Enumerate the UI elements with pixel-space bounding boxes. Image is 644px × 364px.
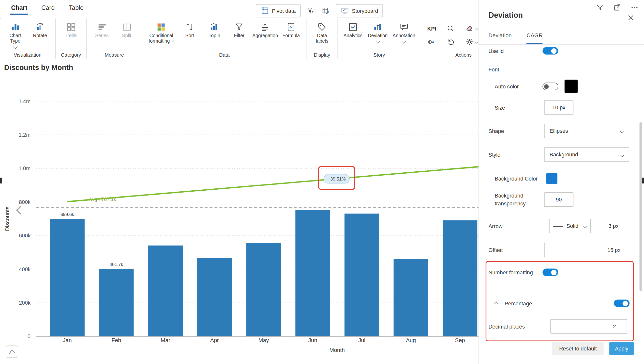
storyboard-icon [341,7,349,15]
ribbon-button-trellis: Trellis [58,20,83,39]
font-section-row: Font [488,62,632,77]
use-id-row: Use id [488,43,632,58]
ribbon-button-analytics[interactable]: Analytics [340,20,366,39]
scrollbar-thumb[interactable] [640,122,642,291]
filter-tool-button[interactable] [305,5,316,17]
ribbon-group-display: Data labelsDisplay [307,19,338,59]
trellis-icon [66,21,76,33]
font-size-input[interactable] [544,100,574,115]
right-resize-handle[interactable] [642,177,644,183]
bar-Sep[interactable] [442,220,477,336]
ribbon-button-deviation[interactable]: Deviation [366,20,390,44]
topbar: ChartCardTable Pivot dataStoryboard [0,0,478,19]
use-id-toggle[interactable] [542,47,558,54]
bar-Jul[interactable] [344,214,379,336]
left-resize-handle[interactable] [0,177,2,183]
storyboard-button[interactable]: Storyboard [336,4,383,18]
ribbon-group-story: AnalyticsDeviationAnnotationStory [338,19,421,59]
y-axis-title: Discounts [4,207,10,231]
ribbon-button-conditional-formatting[interactable]: Conditional formatting [145,20,178,45]
style-value: Background [550,151,578,158]
style-dropdown[interactable]: Background [544,147,629,162]
bar-Apr[interactable] [197,258,232,336]
ribbon-button-top-n[interactable]: Top n [202,20,227,39]
y-tick-label: 1.0m [19,165,30,171]
offset-input[interactable] [544,243,629,257]
tab-card[interactable]: Card [40,3,56,15]
arrow-style-dropdown[interactable]: Solid [549,219,591,233]
bar-Jun[interactable] [295,210,330,336]
ribbon-button-sort[interactable]: Sort [177,20,202,39]
chevron-down-icon [376,39,380,44]
conditional-formatting-icon [157,21,166,33]
gear-icon [465,38,474,46]
edit-data-button[interactable] [320,5,331,17]
bar-Mar[interactable] [148,246,183,336]
percentage-toggle[interactable] [614,299,630,307]
auto-color-toggle[interactable] [542,83,558,90]
theme-button[interactable]: A [426,38,444,46]
arrow-width-input[interactable] [598,219,629,233]
ribbon-group-measure: SeriesSplitMeasure [86,19,142,59]
background-transparency-row: Background transparency [488,192,632,207]
data-labels-icon [317,21,327,33]
bar-value-label: 699.6k [60,212,74,217]
number-formatting-row: Number formatting [488,265,632,280]
toolbar: Pivot dataStoryboard [256,4,383,18]
brand-badge-button[interactable] [6,345,18,358]
search-button[interactable] [444,24,464,33]
ribbon-button-rotate[interactable]: Rotate [28,20,52,39]
tab-chart[interactable]: Chart [10,3,28,15]
offset-row: Offset [488,243,632,257]
chevron-down-icon [171,39,174,42]
reset-to-default-button[interactable]: Reset to default [552,342,604,355]
tab-table[interactable]: Table [68,3,84,15]
bar-May[interactable] [246,243,281,336]
undo-button[interactable] [444,38,464,46]
panel-scrollbar[interactable] [640,46,642,357]
number-formatting-label: Number formatting [488,268,534,276]
bar-Aug[interactable] [394,259,428,336]
ribbon-button-chart-type[interactable]: Chart Type [3,20,28,49]
panel-body: Use id Font Auto color Size Shape Ellips… [479,0,644,364]
edit-data-icon [322,7,330,15]
ribbon-group-data: Conditional formattingSortTop nFilterAgg… [142,19,307,59]
x-tick-label: Aug [406,337,416,343]
decimal-places-label: Decimal places [488,323,525,329]
style-label: Style [488,151,500,158]
svg-text:A: A [432,40,434,44]
undo-icon [446,38,455,46]
ribbon-button-formula[interactable]: fxFormula [278,20,304,39]
ribbon-button-filter[interactable]: Filter [227,20,252,39]
font-color-swatch[interactable] [564,80,578,93]
flow-icon [8,347,16,356]
font-section-label: Font [488,66,500,72]
background-color-swatch[interactable] [546,173,557,184]
annotation-icon [399,21,409,33]
apply-button[interactable]: Apply [610,342,634,355]
font-size-row: Size [488,100,632,115]
line-style-preview [553,226,563,226]
background-color-label: Background Color [488,175,538,181]
bar-Feb[interactable] [99,269,134,336]
top-n-icon [210,21,219,33]
ribbon-button-annotation[interactable]: Annotation [390,20,418,44]
y-tick-label: 400k [19,266,30,272]
pivot-data-button[interactable]: Pivot data [256,4,301,18]
ribbon-button-aggregation[interactable]: Aggregation [252,20,278,39]
formula-icon: fx [286,21,296,33]
kpi-button[interactable]: KPI [426,25,444,32]
background-transparency-input[interactable] [544,192,574,207]
zoom-icon [446,24,455,33]
main-tabs: ChartCardTable [10,3,84,15]
cagr-trend-line[interactable] [67,167,478,202]
rotate-icon [35,21,45,33]
bar-chart: 0200k400k600k800k1.0m1.2m1.4mJan699.6kFe… [0,59,478,364]
x-tick-label: Jun [308,337,318,343]
decimal-places-input[interactable] [550,319,627,334]
shape-dropdown[interactable]: Ellipses [544,124,629,138]
ribbon-button-data-labels[interactable]: Data labels [310,20,334,45]
number-formatting-toggle[interactable] [542,269,558,276]
chart-prev-button[interactable] [15,204,26,216]
bar-Jan[interactable] [50,219,84,336]
